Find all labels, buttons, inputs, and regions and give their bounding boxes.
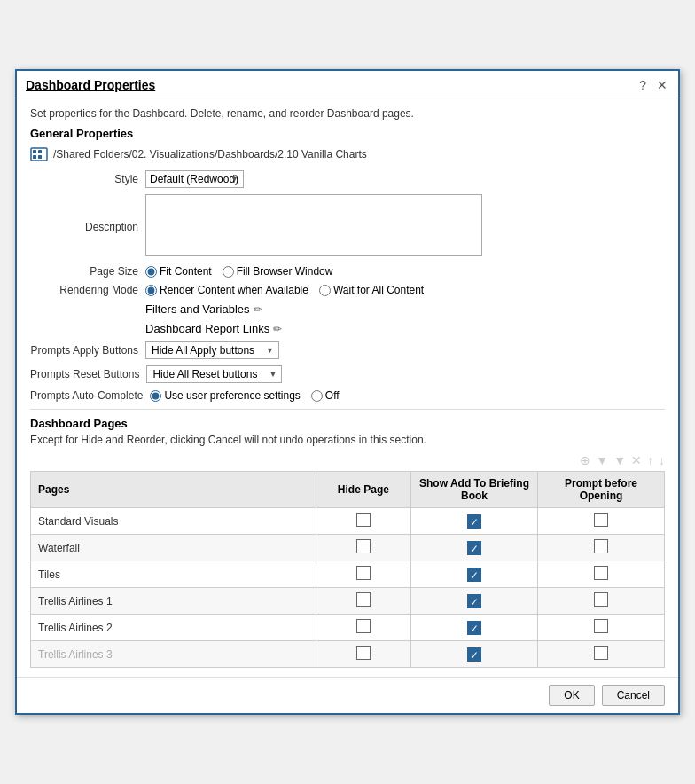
- rendering-wait-label[interactable]: Wait for All Content: [319, 284, 424, 296]
- add-page-icon[interactable]: ⊕: [580, 453, 590, 467]
- autocomplete-off-label[interactable]: Off: [311, 389, 340, 402]
- show-add-checkbox[interactable]: ✓: [467, 541, 481, 555]
- pages-table-body: Standard Visuals ✓ Waterfall ✓ Tiles: [31, 508, 665, 668]
- page-name: Trellis Airlines 2: [31, 615, 316, 641]
- help-button[interactable]: ?: [637, 78, 648, 92]
- hide-page-cell: [316, 615, 410, 641]
- cancel-button[interactable]: Cancel: [602, 685, 665, 706]
- show-add-checkbox[interactable]: ✓: [467, 568, 481, 582]
- svg-rect-2: [38, 150, 42, 153]
- dialog-footer: OK Cancel: [17, 677, 678, 713]
- prompt-checkbox[interactable]: [594, 592, 608, 607]
- svg-rect-1: [33, 150, 36, 153]
- prompt-checkbox[interactable]: [594, 539, 608, 553]
- autocomplete-pref-label[interactable]: Use user preference settings: [150, 389, 300, 402]
- rendering-wait-radio[interactable]: [319, 285, 331, 296]
- style-label: Style: [30, 173, 145, 185]
- prompts-reset-row: Prompts Reset Buttons Hide All Reset but…: [30, 365, 665, 383]
- intro-text: Set properties for the Dashboard. Delete…: [30, 107, 665, 120]
- prompt-checkbox[interactable]: [594, 566, 608, 580]
- dashboard-pages-title: Dashboard Pages: [30, 417, 665, 430]
- prompt-checkbox[interactable]: [594, 513, 608, 527]
- page-name: Trellis Airlines 1: [31, 588, 316, 615]
- filter2-icon[interactable]: ▼: [613, 453, 626, 467]
- page-size-fill-label[interactable]: Fill Browser Window: [223, 265, 333, 278]
- page-size-fill-radio[interactable]: [223, 266, 234, 278]
- page-name: Trellis Airlines 3: [31, 641, 316, 668]
- show-add-checkbox[interactable]: ✓: [467, 621, 481, 635]
- rendering-available-label[interactable]: Render Content when Available: [145, 284, 308, 296]
- prompt-cell: [538, 535, 665, 561]
- section-divider: [30, 409, 665, 410]
- hide-page-cell: [316, 508, 410, 535]
- table-row: Trellis Airlines 2 ✓: [31, 615, 665, 641]
- filters-row: Filters and Variables ✏: [30, 302, 665, 316]
- hide-page-checkbox[interactable]: [356, 513, 371, 527]
- close-button[interactable]: ✕: [655, 78, 669, 92]
- report-links-text: Dashboard Report Links: [145, 322, 269, 335]
- dialog-header: Dashboard Properties ? ✕: [17, 71, 678, 98]
- header-icons: ? ✕: [637, 78, 669, 92]
- show-add-cell: ✓: [411, 561, 538, 588]
- table-row: Tiles ✓: [31, 561, 665, 588]
- delete-icon[interactable]: ✕: [631, 453, 642, 467]
- autocomplete-pref-radio[interactable]: [150, 390, 161, 402]
- table-row: Trellis Airlines 3 ✓: [31, 641, 665, 668]
- page-size-fit-text: Fit Content: [160, 265, 212, 278]
- svg-rect-3: [33, 155, 36, 159]
- prompts-reset-select[interactable]: Hide All Reset buttons Show All Reset bu…: [146, 365, 282, 383]
- rendering-available-radio[interactable]: [145, 285, 157, 296]
- style-control: Default (Redwood) Default Custom: [145, 170, 665, 188]
- description-textarea[interactable]: [145, 194, 482, 256]
- rendering-available-text: Render Content when Available: [160, 284, 308, 296]
- hide-page-checkbox[interactable]: [356, 539, 371, 553]
- prompt-cell: [538, 588, 665, 615]
- move-down-icon[interactable]: ↓: [659, 453, 665, 467]
- dashboard-folder-icon: [30, 145, 48, 163]
- hide-page-cell: [316, 641, 410, 668]
- ok-button[interactable]: OK: [549, 685, 594, 706]
- filter-icon[interactable]: ▼: [596, 453, 608, 467]
- dashboard-properties-dialog: Dashboard Properties ? ✕ Set properties …: [15, 69, 680, 715]
- autocomplete-off-radio[interactable]: [311, 390, 323, 402]
- description-control: [145, 194, 665, 259]
- autocomplete-off-text: Off: [325, 389, 340, 402]
- move-up-icon[interactable]: ↑: [647, 453, 653, 467]
- filters-edit-icon[interactable]: ✏: [254, 303, 262, 316]
- prompt-checkbox[interactable]: [594, 619, 608, 633]
- hide-page-checkbox[interactable]: [356, 566, 371, 580]
- hide-page-checkbox[interactable]: [356, 619, 371, 633]
- show-add-cell: ✓: [411, 641, 538, 668]
- prompts-apply-select[interactable]: Hide All Apply buttons Show All Apply bu…: [145, 341, 279, 359]
- prompts-apply-label: Prompts Apply Buttons: [30, 344, 145, 357]
- page-size-fit-radio[interactable]: [145, 266, 157, 278]
- hide-page-cell: [316, 561, 410, 588]
- style-dropdown-wrapper: Default (Redwood) Default Custom: [145, 170, 244, 188]
- page-size-label: Page Size: [30, 265, 145, 278]
- style-select[interactable]: Default (Redwood) Default Custom: [145, 170, 244, 188]
- col-hide-page: Hide Page: [316, 472, 410, 508]
- report-links-edit-icon[interactable]: ✏: [273, 323, 282, 335]
- prompt-cell: [538, 615, 665, 641]
- dashboard-path: /Shared Folders/02. Visualizations/Dashb…: [53, 148, 367, 161]
- rendering-mode-label: Rendering Mode: [30, 284, 145, 296]
- page-size-fill-text: Fill Browser Window: [237, 265, 333, 278]
- show-add-checkbox[interactable]: ✓: [467, 594, 481, 608]
- page-name: Waterfall: [31, 535, 316, 561]
- show-add-cell: ✓: [411, 615, 538, 641]
- show-add-checkbox[interactable]: ✓: [467, 514, 481, 529]
- report-links-row: Dashboard Report Links ✏: [30, 322, 665, 335]
- show-add-cell: ✓: [411, 588, 538, 615]
- dialog-title: Dashboard Properties: [26, 78, 155, 92]
- page-size-fit-label[interactable]: Fit Content: [145, 265, 212, 278]
- general-properties-title: General Properties: [30, 127, 665, 140]
- table-row: Waterfall ✓: [31, 535, 665, 561]
- col-pages: Pages: [31, 472, 316, 508]
- path-row: /Shared Folders/02. Visualizations/Dashb…: [30, 145, 665, 163]
- show-add-checkbox[interactable]: ✓: [467, 647, 481, 662]
- hide-page-checkbox[interactable]: [356, 646, 371, 660]
- description-label: Description: [30, 221, 145, 233]
- prompt-checkbox[interactable]: [594, 646, 608, 660]
- prompts-reset-label: Prompts Reset Buttons: [30, 368, 146, 380]
- hide-page-checkbox[interactable]: [356, 592, 371, 607]
